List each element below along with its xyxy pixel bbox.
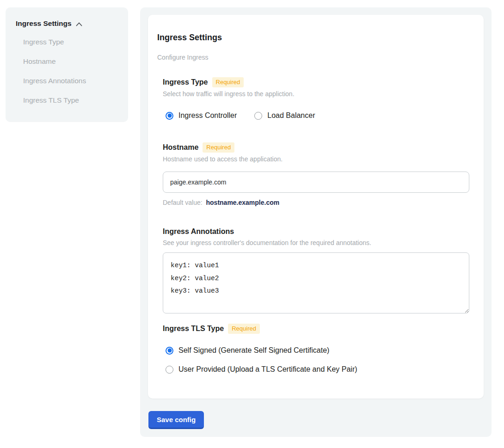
required-badge: Required	[203, 142, 234, 153]
hostname-label: Hostname	[163, 143, 198, 152]
main-panel: Ingress Settings Configure Ingress Ingre…	[140, 7, 492, 437]
required-badge: Required	[212, 77, 244, 87]
annotations-label: Ingress Annotations	[163, 227, 234, 236]
sidebar-item-hostname[interactable]: Hostname	[23, 52, 128, 71]
radio-label: Self Signed (Generate Self Signed Certif…	[178, 346, 329, 355]
radio-label: Ingress Controller	[178, 111, 237, 120]
radio-option-self-signed[interactable]: Self Signed (Generate Self Signed Certif…	[166, 346, 469, 355]
sidebar-item-ingress-type[interactable]: Ingress Type	[23, 32, 128, 52]
section-hostname: Hostname Required Hostname used to acces…	[163, 142, 469, 207]
ingress-type-description: Select how traffic will ingress to the a…	[163, 90, 469, 98]
hostname-default-line: Default value: hostname.example.com	[163, 199, 469, 207]
required-badge: Required	[228, 324, 260, 334]
settings-sidebar: Ingress Settings Ingress Type Hostname I…	[6, 7, 128, 122]
radio-label: User Provided (Upload a TLS Certificate …	[178, 365, 357, 374]
chevron-up-icon	[76, 22, 82, 26]
sidebar-section-label: Ingress Settings	[16, 19, 72, 28]
section-ingress-tls-type: Ingress TLS Type Required Self Signed (G…	[163, 324, 469, 374]
radio-option-ingress-controller[interactable]: Ingress Controller	[166, 111, 237, 120]
sidebar-item-ingress-annotations[interactable]: Ingress Annotations	[23, 71, 128, 91]
sidebar-item-ingress-tls-type[interactable]: Ingress TLS Type	[23, 91, 128, 110]
annotations-description: See your ingress controller's documentat…	[163, 239, 469, 247]
default-value-label: Default value:	[163, 199, 203, 206]
ingress-type-radio-group: Ingress Controller Load Balancer	[166, 111, 469, 120]
radio-option-load-balancer[interactable]: Load Balancer	[254, 111, 315, 120]
section-ingress-type: Ingress Type Required Select how traffic…	[163, 77, 469, 120]
tls-type-radio-group: Self Signed (Generate Self Signed Certif…	[166, 346, 469, 374]
annotations-textarea[interactable]: key1: value1 key2: value2 key3: value3	[163, 252, 469, 313]
radio-icon	[166, 347, 173, 355]
radio-label: Load Balancer	[267, 111, 315, 120]
radio-icon	[254, 112, 262, 120]
ingress-settings-card: Ingress Settings Configure Ingress Ingre…	[148, 15, 484, 399]
page-subtitle: Configure Ingress	[157, 54, 469, 61]
section-ingress-annotations: Ingress Annotations See your ingress con…	[163, 227, 469, 313]
radio-icon	[166, 112, 173, 120]
hostname-input[interactable]	[163, 172, 469, 193]
radio-icon	[166, 366, 173, 374]
form-sections: Ingress Type Required Select how traffic…	[163, 77, 469, 374]
ingress-type-label: Ingress Type	[163, 78, 208, 87]
save-config-button[interactable]: Save config	[148, 411, 204, 429]
hostname-description: Hostname used to access the application.	[163, 155, 469, 163]
radio-option-user-provided[interactable]: User Provided (Upload a TLS Certificate …	[166, 365, 469, 374]
sidebar-section-ingress-settings[interactable]: Ingress Settings	[16, 19, 128, 28]
page-title: Ingress Settings	[157, 32, 469, 43]
sidebar-item-list: Ingress Type Hostname Ingress Annotation…	[23, 32, 128, 110]
default-value-text: hostname.example.com	[206, 199, 280, 206]
tls-type-label: Ingress TLS Type	[163, 324, 224, 333]
